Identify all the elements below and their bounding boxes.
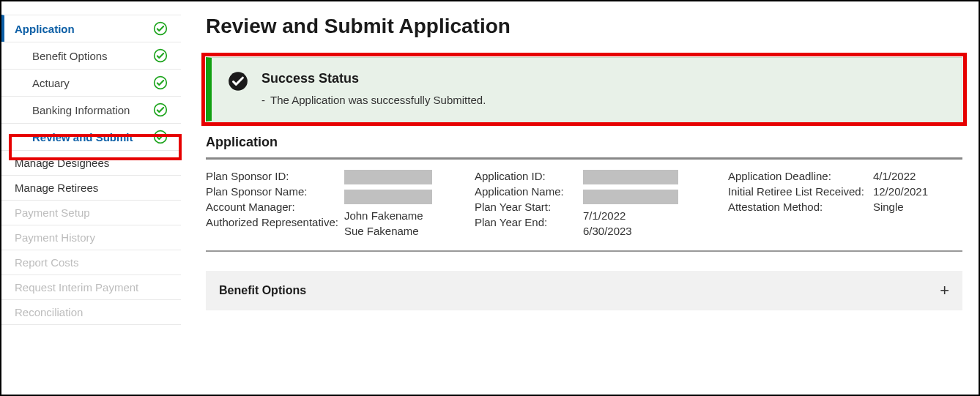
success-alert: Success Status The Application was succe… — [206, 57, 962, 122]
alert-title: Success Status — [261, 71, 946, 86]
nav-payment-setup: Payment Setup — [1, 200, 181, 225]
value-plan-year-start: 7/1/2022 — [583, 209, 693, 222]
label-application-deadline: Application Deadline: — [728, 170, 867, 182]
label-attestation-method: Attestation Method: — [728, 201, 867, 213]
label-application-id: Application ID: — [475, 170, 577, 182]
redacted-value — [344, 170, 432, 184]
nav-payment-history: Payment History — [1, 225, 181, 250]
nav-payment-history-label: Payment History — [15, 231, 95, 244]
nav-review-and-submit-label: Review and Submit — [32, 131, 133, 143]
nav-banking-information-label: Banking Information — [32, 104, 130, 116]
value-application-deadline: 4/1/2022 — [873, 170, 939, 182]
check-complete-icon — [153, 130, 168, 144]
col-1-labels: Plan Sponsor ID: Plan Sponsor Name: Acco… — [206, 170, 338, 237]
nav-benefit-options-label: Benefit Options — [32, 50, 108, 62]
application-details: Plan Sponsor ID: Plan Sponsor Name: Acco… — [206, 170, 962, 237]
redacted-value — [583, 190, 678, 204]
nav-reconciliation: Reconciliation — [1, 299, 181, 325]
benefit-options-expander[interactable]: Benefit Options + — [206, 271, 962, 310]
nav-report-costs-label: Report Costs — [15, 256, 79, 269]
redacted-value — [344, 190, 432, 204]
nav-reconciliation-label: Reconciliation — [15, 306, 83, 318]
col-1-values: John Fakename Sue Fakename — [344, 170, 439, 237]
redacted-value — [583, 170, 678, 184]
nav-manage-designees-label: Manage Designees — [15, 157, 109, 169]
value-plan-year-end: 6/30/2023 — [583, 225, 693, 237]
nav-actuary-label: Actuary — [32, 77, 70, 89]
section-divider — [206, 157, 962, 160]
label-application-name: Application Name: — [475, 185, 577, 198]
nav-request-interim-payment-label: Request Interim Payment — [15, 281, 138, 294]
col-3-labels: Application Deadline: Initial Retiree Li… — [728, 170, 867, 237]
nav-application[interactable]: Application — [1, 15, 181, 42]
value-plan-sponsor-name — [344, 190, 439, 206]
label-plan-year-start: Plan Year Start: — [475, 201, 577, 213]
col-2-labels: Application ID: Application Name: Plan Y… — [475, 170, 577, 237]
section-divider-bottom — [206, 250, 962, 252]
benefit-options-expander-label: Benefit Options — [219, 284, 306, 297]
nav-application-label: Application — [15, 23, 75, 35]
alert-message: The Application was successfully Submitt… — [261, 94, 946, 106]
label-plan-year-end: Plan Year End: — [475, 216, 577, 228]
label-plan-sponsor-name: Plan Sponsor Name: — [206, 185, 338, 198]
nav-review-and-submit[interactable]: Review and Submit — [1, 123, 181, 150]
label-authorized-rep: Authorized Representative: — [206, 216, 338, 228]
section-heading-application: Application — [206, 135, 962, 150]
layout: Application Benefit Options Actuary Bank… — [1, 1, 979, 395]
check-complete-icon — [153, 102, 168, 117]
col-2-values: 7/1/2022 6/30/2023 — [583, 170, 693, 237]
alert-body: Success Status The Application was succe… — [261, 71, 946, 106]
page-title: Review and Submit Application — [206, 15, 962, 38]
check-complete-icon — [153, 48, 168, 63]
nav-manage-retirees-label: Manage Retirees — [15, 182, 98, 194]
col-3-values: 4/1/2022 12/20/2021 Single — [873, 170, 939, 237]
check-complete-icon — [153, 75, 168, 90]
value-attestation-method: Single — [873, 201, 939, 213]
success-alert-wrap: Success Status The Application was succe… — [206, 57, 962, 122]
label-initial-retiree: Initial Retiree List Received: — [728, 185, 867, 198]
nav-actuary[interactable]: Actuary — [1, 69, 181, 96]
value-application-id — [583, 170, 693, 187]
nav-manage-retirees[interactable]: Manage Retirees — [1, 175, 181, 200]
nav-report-costs: Report Costs — [1, 250, 181, 274]
nav-request-interim-payment: Request Interim Payment — [1, 274, 181, 299]
app-frame: Application Benefit Options Actuary Bank… — [0, 0, 980, 396]
sidebar: Application Benefit Options Actuary Bank… — [1, 1, 181, 395]
value-account-manager: John Fakename — [344, 209, 439, 222]
label-account-manager: Account Manager: — [206, 201, 338, 213]
nav-manage-designees[interactable]: Manage Designees — [1, 150, 181, 175]
value-plan-sponsor-id — [344, 170, 439, 187]
value-authorized-rep: Sue Fakename — [344, 225, 439, 237]
value-application-name — [583, 190, 693, 206]
success-check-icon — [228, 71, 248, 91]
main-content: Review and Submit Application Success St… — [181, 1, 979, 395]
expand-icon: + — [940, 281, 949, 300]
label-plan-sponsor-id: Plan Sponsor ID: — [206, 170, 338, 182]
nav-banking-information[interactable]: Banking Information — [1, 96, 181, 123]
nav-payment-setup-label: Payment Setup — [15, 206, 90, 219]
check-complete-icon — [153, 21, 168, 36]
value-initial-retiree: 12/20/2021 — [873, 185, 939, 198]
nav-benefit-options[interactable]: Benefit Options — [1, 42, 181, 69]
